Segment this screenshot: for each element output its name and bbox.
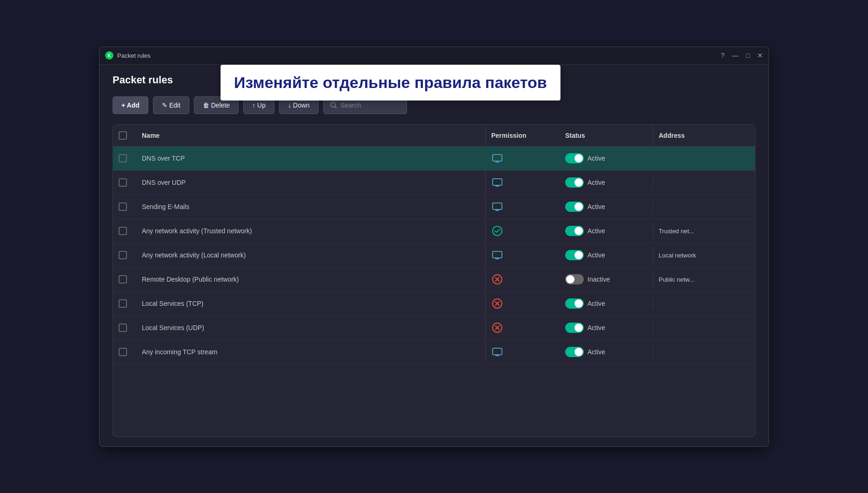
status-label: Active [588,300,605,307]
permission-icon [491,249,503,261]
search-input[interactable] [341,101,396,109]
address-value: Public netw... [659,276,694,283]
row-permission [485,220,560,242]
row-checkbox[interactable] [119,275,127,284]
status-toggle[interactable] [565,226,584,236]
toggle-thumb [574,154,583,162]
row-status: Active [560,318,653,338]
tooltip-banner: Изменяйте отдельные правила пакетов [220,65,561,101]
row-address: Public netw... [653,271,755,288]
header-checkbox-cell [113,125,136,146]
status-toggle[interactable] [565,347,584,357]
row-address: Trusted net... [653,223,755,239]
row-status: Active [560,245,653,265]
row-status: Active [560,294,653,313]
table-row[interactable]: Local Services (TCP) Active [113,292,755,316]
table-row[interactable]: Any network activity (Local network) Act… [113,243,755,268]
svg-rect-5 [493,179,502,185]
table-row[interactable]: Remote Desktop (Public network) Inactive… [113,268,755,292]
row-checkbox[interactable] [119,251,127,259]
row-name: Any network activity (Trusted network) [136,223,485,239]
row-permission [485,244,560,266]
toggle-thumb [574,227,583,235]
window-controls: ? — □ ✕ [721,52,763,59]
help-button[interactable]: ? [721,52,725,59]
row-permission [485,148,560,169]
row-permission [485,269,560,290]
status-toggle[interactable] [565,250,584,260]
row-name: Local Services (UDP) [136,319,485,336]
status-toggle[interactable] [565,323,584,333]
svg-rect-8 [493,203,502,209]
status-toggle[interactable] [565,177,584,188]
tooltip-text: Изменяйте отдельные правила пакетов [234,74,547,91]
row-permission [485,293,560,314]
row-name: Sending E-Mails [136,198,485,215]
toggle-thumb [574,348,583,356]
row-permission [485,172,560,193]
status-label: Inactive [588,276,610,283]
status-toggle[interactable] [565,274,584,284]
header-permission: Permission [485,125,560,146]
row-name: DNS over UDP [136,174,485,191]
row-address [653,178,755,187]
svg-rect-2 [493,155,502,161]
edit-button[interactable]: ✎ Edit [153,96,189,114]
row-checkbox[interactable] [119,299,127,308]
row-checkbox[interactable] [119,324,127,332]
add-button[interactable]: + Add [113,96,148,114]
toggle-thumb [574,299,583,308]
row-address: Local network [653,247,755,263]
row-status: Active [560,197,653,216]
row-checkbox[interactable] [119,203,127,211]
title-bar: Packet rules ? — □ ✕ [100,47,768,65]
window-title: Packet rules [117,52,721,59]
status-toggle[interactable] [565,298,584,309]
status-label: Active [588,155,605,162]
row-checkbox-cell [113,222,136,240]
svg-rect-24 [493,348,502,355]
row-status: Active [560,149,653,168]
permission-icon [491,322,503,334]
row-checkbox-cell [113,174,136,191]
maximize-button[interactable]: □ [746,52,750,59]
table-row[interactable]: Sending E-Mails Active [113,195,755,219]
toggle-thumb [566,275,574,284]
table-row[interactable]: Local Services (UDP) Active [113,316,755,340]
toggle-thumb [574,324,583,332]
status-toggle[interactable] [565,202,584,212]
table-row[interactable]: Any incoming TCP stream Active [113,340,755,365]
status-label: Active [588,251,605,259]
permission-icon [491,297,503,310]
row-name: Remote Desktop (Public network) [136,271,485,288]
close-button[interactable]: ✕ [757,52,763,59]
table-row[interactable]: DNS over UDP Active [113,171,755,195]
table-row[interactable]: DNS over TCP Active [113,147,755,171]
table-header: Name Permission Status Address [113,125,755,147]
row-checkbox[interactable] [119,227,127,235]
table-row[interactable]: Any network activity (Trusted network) A… [113,219,755,243]
main-window: Packet rules ? — □ ✕ Изменяйте отдельные… [99,47,769,447]
row-checkbox[interactable] [119,154,127,162]
row-checkbox-cell [113,149,136,167]
row-status: Active [560,342,653,362]
row-status: Inactive [560,270,653,289]
permission-icon [491,273,503,285]
row-checkbox-cell [113,343,136,361]
svg-rect-12 [493,251,502,258]
row-permission [485,196,560,217]
row-status: Active [560,173,653,192]
app-icon [105,51,114,60]
address-value: Local network [659,252,696,259]
permission-icon [491,346,503,358]
rules-table: Name Permission Status Address DNS over … [113,124,755,437]
toggle-thumb [574,203,583,211]
minimize-button[interactable]: — [732,52,739,59]
row-checkbox[interactable] [119,348,127,356]
table-body: DNS over TCP ActiveDNS over UDP ActiveSe… [113,147,755,437]
row-name: Local Services (TCP) [136,295,485,312]
status-toggle[interactable] [565,153,584,163]
row-checkbox[interactable] [119,178,127,187]
search-icon [330,102,337,108]
select-all-checkbox[interactable] [119,131,127,140]
